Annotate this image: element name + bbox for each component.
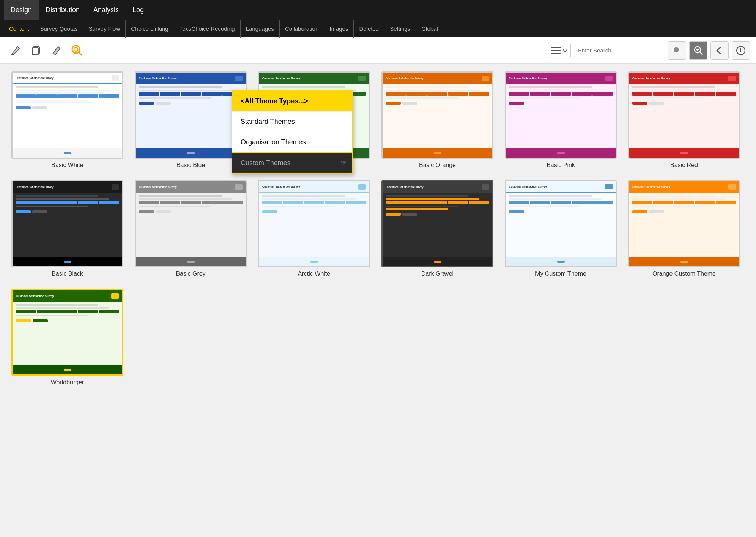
copy-icon[interactable] [27,41,46,60]
theme-item-my-custom[interactable]: Customer Satisfaction Survey [505,180,617,277]
svg-point-8 [673,47,679,53]
cursor-pointer-icon: ☞ [341,159,347,167]
nav-design[interactable]: Design [4,0,39,20]
nav-images[interactable]: Images [324,20,354,38]
search-zoom-icon[interactable] [68,41,87,60]
nav-deleted[interactable]: Deleted [354,20,384,38]
svg-rect-7 [551,53,561,54]
nav-collaboration[interactable]: Collaboration [280,20,324,38]
nav-languages[interactable]: Languages [241,20,280,38]
theme-item-basic-black[interactable]: Customer Satisfaction Survey [11,180,123,277]
nav-distribution[interactable]: Distribution [39,0,87,20]
svg-rect-1 [32,48,38,55]
nav-survey-flow[interactable]: Survey Flow [83,20,126,38]
theme-item-orange-custom[interactable]: Customer Satisfaction Survey [628,180,740,277]
theme-item-basic-orange[interactable]: Customer Satisfaction Survey [381,71,493,169]
theme-item-basic-blue[interactable]: Customer Satisfaction Survey [135,71,247,169]
content-navigation: Content Survey Quotas Survey Flow Choice… [0,20,756,37]
theme-grid: Customer Satisfaction Survey [11,71,745,386]
theme-item-dark-gravel[interactable]: Customer Satisfaction Survey [381,180,493,277]
list-view-button[interactable] [548,43,571,58]
top-navigation: Design Distribution Analysis Log [0,0,756,20]
edit-icon[interactable] [6,41,25,60]
dropdown-organisation-themes[interactable]: Organisation Themes [232,132,352,153]
svg-text:i: i [740,47,742,54]
toolbar: i [0,37,756,64]
nav-log[interactable]: Log [126,0,151,20]
theme-type-dropdown: <All Theme Types...> Standard Themes Org… [232,90,353,174]
nav-settings[interactable]: Settings [384,20,416,38]
back-button[interactable] [710,41,729,60]
main-content: <All Theme Types...> Standard Themes Org… [0,64,756,393]
svg-rect-6 [551,50,561,51]
dropdown-all-types[interactable]: <All Theme Types...> [232,91,352,112]
theme-item-basic-grey[interactable]: Customer Satisfaction Survey [135,180,247,277]
pencil-icon[interactable] [47,41,66,60]
advanced-search-button[interactable] [689,41,707,60]
svg-line-3 [79,52,82,55]
theme-item-arctic-white[interactable]: Customer Satisfaction Survey [258,180,370,277]
dropdown-standard-themes[interactable]: Standard Themes [232,112,352,132]
nav-analysis[interactable]: Analysis [87,0,126,20]
svg-rect-5 [551,47,561,48]
nav-content[interactable]: Content [4,20,35,38]
theme-item-basic-white[interactable]: Customer Satisfaction Survey [11,71,123,169]
search-input[interactable] [574,43,665,58]
info-button[interactable]: i [732,41,750,60]
theme-item-basic-red[interactable]: Customer Satisfaction Survey [628,71,740,169]
nav-choice-linking[interactable]: Choice Linking [126,20,174,38]
svg-line-9 [679,52,681,55]
theme-item-basic-pink[interactable]: Customer Satisfaction Survey [505,71,617,169]
svg-line-11 [700,52,702,55]
nav-global[interactable]: Global [416,20,443,38]
theme-item-worldburger[interactable]: Customer Satisfaction Survey [11,289,123,386]
nav-survey-quotas[interactable]: Survey Quotas [35,20,83,38]
dropdown-custom-themes[interactable]: Custom Themes ☞ [232,153,352,173]
nav-text-choice-recoding[interactable]: Text/Choice Recoding [174,20,241,38]
search-button[interactable] [668,41,686,60]
